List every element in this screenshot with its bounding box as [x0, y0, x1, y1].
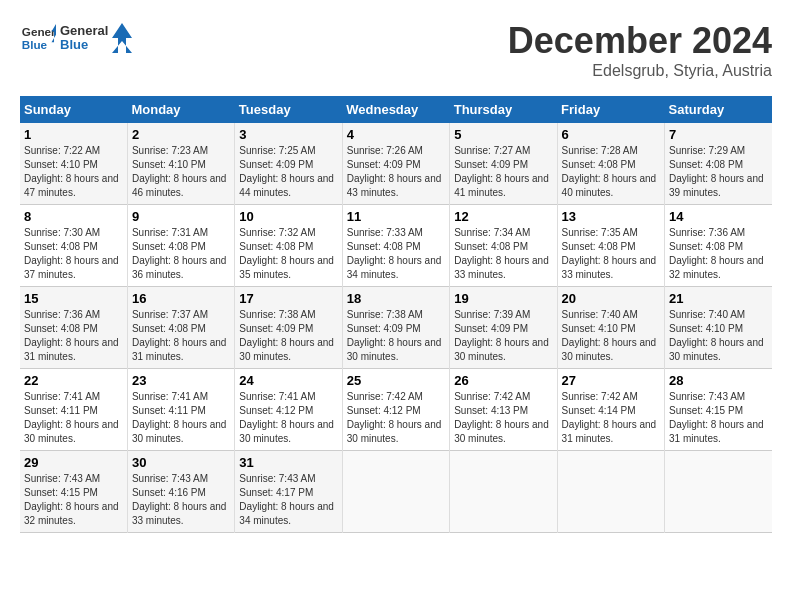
- day-info: Sunrise: 7:40 AMSunset: 4:10 PMDaylight:…: [669, 309, 764, 362]
- day-info: Sunrise: 7:43 AMSunset: 4:15 PMDaylight:…: [24, 473, 119, 526]
- header-tuesday: Tuesday: [235, 96, 342, 123]
- day-info: Sunrise: 7:35 AMSunset: 4:08 PMDaylight:…: [562, 227, 657, 280]
- day-info: Sunrise: 7:41 AMSunset: 4:11 PMDaylight:…: [24, 391, 119, 444]
- day-info: Sunrise: 7:41 AMSunset: 4:11 PMDaylight:…: [132, 391, 227, 444]
- calendar-cell: [665, 451, 772, 533]
- day-info: Sunrise: 7:25 AMSunset: 4:09 PMDaylight:…: [239, 145, 334, 198]
- day-number: 1: [24, 127, 123, 142]
- day-number: 21: [669, 291, 768, 306]
- day-info: Sunrise: 7:42 AMSunset: 4:14 PMDaylight:…: [562, 391, 657, 444]
- calendar-cell: 18 Sunrise: 7:38 AMSunset: 4:09 PMDaylig…: [342, 287, 449, 369]
- logo-general: General: [60, 24, 108, 38]
- logo-blue: Blue: [60, 38, 108, 52]
- calendar-cell: 9 Sunrise: 7:31 AMSunset: 4:08 PMDayligh…: [127, 205, 234, 287]
- page-header: General Blue General Blue December 2024 …: [20, 20, 772, 80]
- day-info: Sunrise: 7:32 AMSunset: 4:08 PMDaylight:…: [239, 227, 334, 280]
- day-number: 4: [347, 127, 445, 142]
- calendar-week-row: 1 Sunrise: 7:22 AMSunset: 4:10 PMDayligh…: [20, 123, 772, 205]
- calendar-cell: 6 Sunrise: 7:28 AMSunset: 4:08 PMDayligh…: [557, 123, 664, 205]
- day-number: 24: [239, 373, 337, 388]
- month-title: December 2024: [508, 20, 772, 62]
- day-info: Sunrise: 7:27 AMSunset: 4:09 PMDaylight:…: [454, 145, 549, 198]
- day-number: 28: [669, 373, 768, 388]
- calendar-cell: 11 Sunrise: 7:33 AMSunset: 4:08 PMDaylig…: [342, 205, 449, 287]
- calendar-cell: 31 Sunrise: 7:43 AMSunset: 4:17 PMDaylig…: [235, 451, 342, 533]
- day-number: 27: [562, 373, 660, 388]
- day-number: 12: [454, 209, 552, 224]
- svg-text:Blue: Blue: [22, 38, 48, 51]
- day-info: Sunrise: 7:39 AMSunset: 4:09 PMDaylight:…: [454, 309, 549, 362]
- day-info: Sunrise: 7:42 AMSunset: 4:12 PMDaylight:…: [347, 391, 442, 444]
- day-number: 2: [132, 127, 230, 142]
- day-number: 10: [239, 209, 337, 224]
- day-number: 6: [562, 127, 660, 142]
- day-number: 19: [454, 291, 552, 306]
- day-info: Sunrise: 7:43 AMSunset: 4:15 PMDaylight:…: [669, 391, 764, 444]
- calendar-cell: 15 Sunrise: 7:36 AMSunset: 4:08 PMDaylig…: [20, 287, 127, 369]
- calendar-cell: 25 Sunrise: 7:42 AMSunset: 4:12 PMDaylig…: [342, 369, 449, 451]
- logo: General Blue General Blue: [20, 20, 132, 56]
- calendar-cell: 12 Sunrise: 7:34 AMSunset: 4:08 PMDaylig…: [450, 205, 557, 287]
- calendar-cell: 26 Sunrise: 7:42 AMSunset: 4:13 PMDaylig…: [450, 369, 557, 451]
- day-number: 31: [239, 455, 337, 470]
- day-number: 22: [24, 373, 123, 388]
- calendar-cell: 1 Sunrise: 7:22 AMSunset: 4:10 PMDayligh…: [20, 123, 127, 205]
- header-saturday: Saturday: [665, 96, 772, 123]
- header-wednesday: Wednesday: [342, 96, 449, 123]
- calendar-cell: 17 Sunrise: 7:38 AMSunset: 4:09 PMDaylig…: [235, 287, 342, 369]
- day-info: Sunrise: 7:41 AMSunset: 4:12 PMDaylight:…: [239, 391, 334, 444]
- header-friday: Friday: [557, 96, 664, 123]
- calendar-cell: [557, 451, 664, 533]
- calendar-cell: 19 Sunrise: 7:39 AMSunset: 4:09 PMDaylig…: [450, 287, 557, 369]
- calendar-week-row: 22 Sunrise: 7:41 AMSunset: 4:11 PMDaylig…: [20, 369, 772, 451]
- logo-arrow-icon: [112, 23, 132, 53]
- day-number: 23: [132, 373, 230, 388]
- calendar-cell: 13 Sunrise: 7:35 AMSunset: 4:08 PMDaylig…: [557, 205, 664, 287]
- day-info: Sunrise: 7:29 AMSunset: 4:08 PMDaylight:…: [669, 145, 764, 198]
- day-number: 16: [132, 291, 230, 306]
- calendar-cell: 14 Sunrise: 7:36 AMSunset: 4:08 PMDaylig…: [665, 205, 772, 287]
- calendar-cell: 22 Sunrise: 7:41 AMSunset: 4:11 PMDaylig…: [20, 369, 127, 451]
- day-number: 30: [132, 455, 230, 470]
- day-info: Sunrise: 7:22 AMSunset: 4:10 PMDaylight:…: [24, 145, 119, 198]
- day-number: 25: [347, 373, 445, 388]
- day-info: Sunrise: 7:43 AMSunset: 4:16 PMDaylight:…: [132, 473, 227, 526]
- calendar-cell: 24 Sunrise: 7:41 AMSunset: 4:12 PMDaylig…: [235, 369, 342, 451]
- header-sunday: Sunday: [20, 96, 127, 123]
- day-number: 5: [454, 127, 552, 142]
- day-number: 29: [24, 455, 123, 470]
- day-number: 9: [132, 209, 230, 224]
- day-info: Sunrise: 7:37 AMSunset: 4:08 PMDaylight:…: [132, 309, 227, 362]
- calendar-table: SundayMondayTuesdayWednesdayThursdayFrid…: [20, 96, 772, 533]
- calendar-cell: 29 Sunrise: 7:43 AMSunset: 4:15 PMDaylig…: [20, 451, 127, 533]
- calendar-week-row: 15 Sunrise: 7:36 AMSunset: 4:08 PMDaylig…: [20, 287, 772, 369]
- logo-icon: General Blue: [20, 20, 56, 56]
- calendar-cell: 20 Sunrise: 7:40 AMSunset: 4:10 PMDaylig…: [557, 287, 664, 369]
- calendar-cell: 8 Sunrise: 7:30 AMSunset: 4:08 PMDayligh…: [20, 205, 127, 287]
- day-info: Sunrise: 7:23 AMSunset: 4:10 PMDaylight:…: [132, 145, 227, 198]
- title-block: December 2024 Edelsgrub, Styria, Austria: [508, 20, 772, 80]
- day-number: 18: [347, 291, 445, 306]
- calendar-cell: [450, 451, 557, 533]
- day-info: Sunrise: 7:28 AMSunset: 4:08 PMDaylight:…: [562, 145, 657, 198]
- day-info: Sunrise: 7:30 AMSunset: 4:08 PMDaylight:…: [24, 227, 119, 280]
- day-info: Sunrise: 7:33 AMSunset: 4:08 PMDaylight:…: [347, 227, 442, 280]
- day-info: Sunrise: 7:43 AMSunset: 4:17 PMDaylight:…: [239, 473, 334, 526]
- day-number: 8: [24, 209, 123, 224]
- day-info: Sunrise: 7:34 AMSunset: 4:08 PMDaylight:…: [454, 227, 549, 280]
- day-info: Sunrise: 7:36 AMSunset: 4:08 PMDaylight:…: [669, 227, 764, 280]
- calendar-cell: 5 Sunrise: 7:27 AMSunset: 4:09 PMDayligh…: [450, 123, 557, 205]
- day-info: Sunrise: 7:31 AMSunset: 4:08 PMDaylight:…: [132, 227, 227, 280]
- calendar-cell: 4 Sunrise: 7:26 AMSunset: 4:09 PMDayligh…: [342, 123, 449, 205]
- location-subtitle: Edelsgrub, Styria, Austria: [508, 62, 772, 80]
- day-info: Sunrise: 7:38 AMSunset: 4:09 PMDaylight:…: [239, 309, 334, 362]
- calendar-cell: 16 Sunrise: 7:37 AMSunset: 4:08 PMDaylig…: [127, 287, 234, 369]
- day-number: 14: [669, 209, 768, 224]
- header-monday: Monday: [127, 96, 234, 123]
- calendar-header-row: SundayMondayTuesdayWednesdayThursdayFrid…: [20, 96, 772, 123]
- day-number: 17: [239, 291, 337, 306]
- day-info: Sunrise: 7:26 AMSunset: 4:09 PMDaylight:…: [347, 145, 442, 198]
- day-info: Sunrise: 7:40 AMSunset: 4:10 PMDaylight:…: [562, 309, 657, 362]
- calendar-cell: 3 Sunrise: 7:25 AMSunset: 4:09 PMDayligh…: [235, 123, 342, 205]
- day-info: Sunrise: 7:38 AMSunset: 4:09 PMDaylight:…: [347, 309, 442, 362]
